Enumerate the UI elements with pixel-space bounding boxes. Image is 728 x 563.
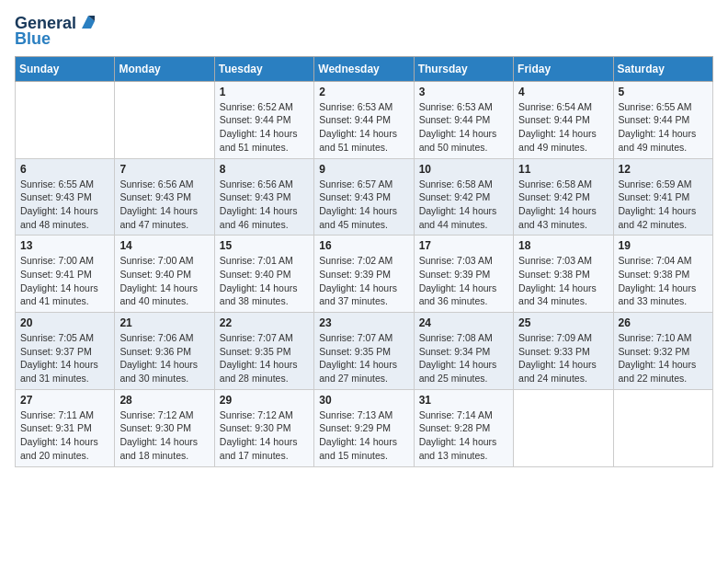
calendar-day-cell: 29Sunrise: 7:12 AMSunset: 9:30 PMDayligh… xyxy=(214,389,313,466)
page-header: General Blue xyxy=(15,15,713,49)
day-info: Sunrise: 6:57 AMSunset: 9:43 PMDaylight:… xyxy=(319,178,408,232)
calendar-week-row: 6Sunrise: 6:55 AMSunset: 9:43 PMDaylight… xyxy=(16,158,713,236)
day-info: Sunrise: 7:13 AMSunset: 9:29 PMDaylight:… xyxy=(319,408,408,463)
calendar-day-cell: 12Sunrise: 6:59 AMSunset: 9:41 PMDayligh… xyxy=(613,158,712,236)
day-info: Sunrise: 6:55 AMSunset: 9:44 PMDaylight:… xyxy=(619,100,708,155)
calendar-day-cell: 4Sunrise: 6:54 AMSunset: 9:44 PMDaylight… xyxy=(514,81,613,158)
calendar-day-cell: 31Sunrise: 7:14 AMSunset: 9:28 PMDayligh… xyxy=(414,389,513,466)
calendar-day-cell: 24Sunrise: 7:08 AMSunset: 9:34 PMDayligh… xyxy=(414,313,513,390)
day-number: 17 xyxy=(419,239,508,252)
day-info: Sunrise: 7:07 AMSunset: 9:35 PMDaylight:… xyxy=(319,331,408,385)
calendar-day-cell: 20Sunrise: 7:05 AMSunset: 9:37 PMDayligh… xyxy=(16,313,115,390)
day-info: Sunrise: 7:05 AMSunset: 9:37 PMDaylight:… xyxy=(20,331,109,385)
calendar-day-cell: 27Sunrise: 7:11 AMSunset: 9:31 PMDayligh… xyxy=(16,389,115,466)
calendar-day-cell: 13Sunrise: 7:00 AMSunset: 9:41 PMDayligh… xyxy=(16,236,115,313)
day-info: Sunrise: 7:00 AMSunset: 9:41 PMDaylight:… xyxy=(20,254,109,308)
day-number: 30 xyxy=(319,394,408,407)
day-info: Sunrise: 7:07 AMSunset: 9:35 PMDaylight:… xyxy=(220,331,309,385)
day-number: 3 xyxy=(419,86,508,98)
calendar-day-cell xyxy=(514,389,613,466)
calendar-week-row: 20Sunrise: 7:05 AMSunset: 9:37 PMDayligh… xyxy=(16,313,713,390)
day-info: Sunrise: 6:52 AMSunset: 9:44 PMDaylight:… xyxy=(220,100,309,155)
day-number: 4 xyxy=(518,86,608,98)
weekday-header: Saturday xyxy=(613,56,712,81)
day-info: Sunrise: 7:03 AMSunset: 9:39 PMDaylight:… xyxy=(419,254,508,308)
calendar-week-row: 27Sunrise: 7:11 AMSunset: 9:31 PMDayligh… xyxy=(16,389,713,466)
calendar-day-cell xyxy=(16,81,115,158)
day-info: Sunrise: 6:59 AMSunset: 9:41 PMDaylight:… xyxy=(619,178,708,232)
day-number: 31 xyxy=(419,394,508,407)
day-info: Sunrise: 6:56 AMSunset: 9:43 PMDaylight:… xyxy=(220,178,309,232)
calendar-day-cell: 30Sunrise: 7:13 AMSunset: 9:29 PMDayligh… xyxy=(314,389,414,466)
logo-bird-icon xyxy=(78,12,98,32)
calendar-week-row: 1Sunrise: 6:52 AMSunset: 9:44 PMDaylight… xyxy=(16,81,713,158)
day-number: 27 xyxy=(20,394,109,407)
day-number: 2 xyxy=(319,86,408,98)
day-info: Sunrise: 7:12 AMSunset: 9:30 PMDaylight:… xyxy=(220,408,309,463)
day-number: 19 xyxy=(619,239,708,252)
calendar-day-cell: 15Sunrise: 7:01 AMSunset: 9:40 PMDayligh… xyxy=(214,236,313,313)
weekday-header: Friday xyxy=(514,56,613,81)
calendar-day-cell: 11Sunrise: 6:58 AMSunset: 9:42 PMDayligh… xyxy=(514,158,613,236)
day-info: Sunrise: 6:58 AMSunset: 9:42 PMDaylight:… xyxy=(419,178,508,232)
day-info: Sunrise: 7:08 AMSunset: 9:34 PMDaylight:… xyxy=(419,331,508,385)
day-info: Sunrise: 7:14 AMSunset: 9:28 PMDaylight:… xyxy=(419,408,508,463)
calendar-day-cell: 23Sunrise: 7:07 AMSunset: 9:35 PMDayligh… xyxy=(314,313,414,390)
day-number: 12 xyxy=(619,163,708,176)
day-number: 13 xyxy=(20,239,109,252)
weekday-header: Thursday xyxy=(414,56,513,81)
logo: General Blue xyxy=(15,15,98,49)
calendar-day-cell: 28Sunrise: 7:12 AMSunset: 9:30 PMDayligh… xyxy=(115,389,214,466)
weekday-header: Tuesday xyxy=(214,56,313,81)
day-info: Sunrise: 6:56 AMSunset: 9:43 PMDaylight:… xyxy=(119,178,209,232)
calendar-day-cell: 9Sunrise: 6:57 AMSunset: 9:43 PMDaylight… xyxy=(314,158,414,236)
calendar-day-cell xyxy=(115,81,214,158)
calendar-day-cell: 6Sunrise: 6:55 AMSunset: 9:43 PMDaylight… xyxy=(16,158,115,236)
day-info: Sunrise: 7:02 AMSunset: 9:39 PMDaylight:… xyxy=(319,254,408,308)
day-number: 7 xyxy=(119,163,209,176)
day-info: Sunrise: 7:09 AMSunset: 9:33 PMDaylight:… xyxy=(518,331,608,385)
day-info: Sunrise: 7:03 AMSunset: 9:38 PMDaylight:… xyxy=(518,254,608,308)
calendar-day-cell: 22Sunrise: 7:07 AMSunset: 9:35 PMDayligh… xyxy=(214,313,313,390)
calendar-day-cell: 26Sunrise: 7:10 AMSunset: 9:32 PMDayligh… xyxy=(613,313,712,390)
day-number: 9 xyxy=(319,163,408,176)
day-number: 29 xyxy=(220,394,309,407)
day-info: Sunrise: 6:53 AMSunset: 9:44 PMDaylight:… xyxy=(319,100,408,155)
day-number: 8 xyxy=(220,163,309,176)
day-info: Sunrise: 7:04 AMSunset: 9:38 PMDaylight:… xyxy=(619,254,708,308)
day-number: 24 xyxy=(419,316,508,329)
calendar-day-cell: 25Sunrise: 7:09 AMSunset: 9:33 PMDayligh… xyxy=(514,313,613,390)
weekday-header: Monday xyxy=(115,56,214,81)
day-number: 16 xyxy=(319,239,408,252)
day-info: Sunrise: 7:00 AMSunset: 9:40 PMDaylight:… xyxy=(119,254,209,308)
calendar-day-cell: 1Sunrise: 6:52 AMSunset: 9:44 PMDaylight… xyxy=(214,81,313,158)
day-number: 28 xyxy=(119,394,209,407)
calendar-day-cell xyxy=(613,389,712,466)
calendar-day-cell: 3Sunrise: 6:53 AMSunset: 9:44 PMDaylight… xyxy=(414,81,513,158)
calendar-day-cell: 18Sunrise: 7:03 AMSunset: 9:38 PMDayligh… xyxy=(514,236,613,313)
day-number: 14 xyxy=(119,239,209,252)
day-number: 25 xyxy=(518,316,608,329)
day-number: 5 xyxy=(619,86,708,98)
day-info: Sunrise: 7:10 AMSunset: 9:32 PMDaylight:… xyxy=(619,331,708,385)
day-info: Sunrise: 6:55 AMSunset: 9:43 PMDaylight:… xyxy=(20,178,109,232)
day-info: Sunrise: 6:53 AMSunset: 9:44 PMDaylight:… xyxy=(419,100,508,155)
day-number: 21 xyxy=(119,316,209,329)
calendar-day-cell: 14Sunrise: 7:00 AMSunset: 9:40 PMDayligh… xyxy=(115,236,214,313)
weekday-header-row: SundayMondayTuesdayWednesdayThursdayFrid… xyxy=(16,56,713,81)
day-number: 11 xyxy=(518,163,608,176)
calendar-day-cell: 8Sunrise: 6:56 AMSunset: 9:43 PMDaylight… xyxy=(214,158,313,236)
day-number: 10 xyxy=(419,163,508,176)
weekday-header: Wednesday xyxy=(314,56,414,81)
calendar-day-cell: 5Sunrise: 6:55 AMSunset: 9:44 PMDaylight… xyxy=(613,81,712,158)
day-number: 23 xyxy=(319,316,408,329)
day-number: 26 xyxy=(619,316,708,329)
calendar-week-row: 13Sunrise: 7:00 AMSunset: 9:41 PMDayligh… xyxy=(16,236,713,313)
day-number: 22 xyxy=(220,316,309,329)
day-info: Sunrise: 7:11 AMSunset: 9:31 PMDaylight:… xyxy=(20,408,109,463)
day-number: 1 xyxy=(220,86,309,98)
day-number: 6 xyxy=(20,163,109,176)
day-info: Sunrise: 6:54 AMSunset: 9:44 PMDaylight:… xyxy=(518,100,608,155)
day-info: Sunrise: 7:06 AMSunset: 9:36 PMDaylight:… xyxy=(119,331,209,385)
day-number: 18 xyxy=(518,239,608,252)
